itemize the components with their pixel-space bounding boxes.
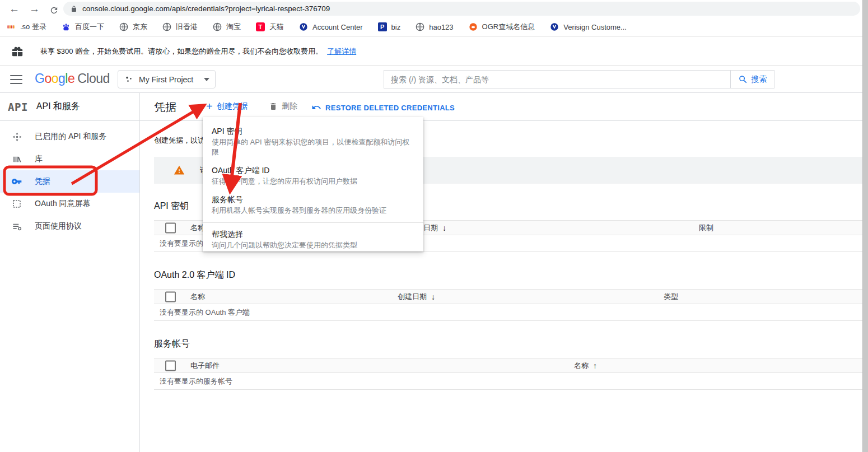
column-label: 创建日期 — [398, 292, 427, 302]
bookmark-label: Verisign Custome... — [563, 23, 627, 31]
logo-letter: e — [68, 71, 74, 86]
library-icon — [11, 154, 22, 165]
address-bar[interactable]: console.cloud.google.com/apis/credential… — [63, 2, 860, 16]
bookmark-item-hao123[interactable]: hao123 — [416, 22, 453, 31]
sidebar-item-credentials[interactable]: 凭据 — [0, 170, 139, 193]
tmall-favicon: T — [256, 22, 265, 31]
sidebar-item-label: 凭据 — [35, 176, 50, 187]
search-icon — [738, 74, 748, 85]
sidebar-item-usage-agreement[interactable]: 页面使用协议 — [0, 215, 139, 237]
menu-item-oauth-client-id[interactable]: OAuth 客户端 ID征得用户同意，让您的应用有权访问用户数据 — [203, 161, 423, 190]
reload-icon[interactable] — [49, 4, 59, 19]
promo-text: 获享 $300 赠金，开始免费试用。请放心，如果您的赠金用尽，我们不会向您收取费… — [40, 46, 323, 57]
bookmark-label: .so 登录 — [20, 22, 46, 32]
search-input[interactable] — [384, 71, 730, 88]
menu-item-title: 服务帐号 — [212, 194, 414, 206]
restore-label: RESTORE DELETED CREDENTIALS — [325, 104, 455, 112]
bookmark-label: hao123 — [429, 23, 453, 31]
hamburger-menu-icon[interactable] — [10, 75, 22, 87]
bookmark-label: 旧香港 — [176, 22, 198, 32]
menu-item-title: API 密钥 — [212, 125, 414, 137]
menu-item-title: 帮我选择 — [212, 229, 414, 240]
google-logo-letters: Google — [35, 71, 74, 86]
delete-label: 删除 — [282, 101, 297, 111]
search-button-label: 搜索 — [752, 74, 767, 85]
url-text: console.cloud.google.com/apis/credential… — [82, 4, 330, 13]
column-name[interactable]: 名称 — [190, 292, 205, 302]
lock-icon — [71, 6, 77, 12]
browser-toolbar: ← → console.cloud.google.com/apis/creden… — [0, 0, 868, 17]
create-credentials-label: 创建凭据 — [217, 101, 248, 111]
select-all-checkbox[interactable] — [165, 222, 176, 233]
project-selector[interactable]: My First Project — [118, 70, 216, 88]
bookmark-label: OGR查域名信息 — [482, 22, 535, 32]
bookmark-item-jd[interactable]: 京东 — [119, 22, 147, 32]
logo-letter: o — [44, 71, 51, 86]
bookmark-label: 京东 — [133, 22, 147, 32]
so-bars-favicon — [7, 22, 16, 31]
menu-item-desc: 询问几个问题以帮助您决定要使用的凭据类型 — [212, 240, 414, 250]
bookmark-label: Account Center — [312, 23, 363, 31]
sidebar-item-label: OAuth 同意屏幕 — [35, 199, 91, 209]
select-all-checkbox[interactable] — [165, 291, 176, 302]
logo-letter: g — [58, 71, 65, 86]
sidebar-header: API API 和服务 — [0, 93, 139, 121]
menu-item-help-me-choose[interactable]: 帮我选择 询问几个问题以帮助您决定要使用的凭据类型 — [203, 225, 423, 254]
bookmark-item-taobao[interactable]: 淘宝 — [213, 22, 241, 32]
section-title-service-accounts: 服务帐号 — [154, 338, 190, 350]
column-created-date[interactable]: 创建日期 — [398, 292, 435, 302]
bookmark-item-old-hk[interactable]: 旧香港 — [162, 22, 198, 32]
column-type[interactable]: 类型 — [664, 292, 678, 302]
bookmark-item-tmall[interactable]: T天猫 — [256, 22, 284, 32]
restore-deleted-credentials-button[interactable]: RESTORE DELETED CREDENTIALS — [311, 102, 455, 113]
bookmark-item-biz[interactable]: Pbiz — [378, 22, 401, 31]
section-title-oauth-clients: OAuth 2.0 客户端 ID — [154, 269, 235, 281]
menu-item-service-account[interactable]: 服务帐号利用机器人帐号实现服务器到服务器的应用级身份验证 — [203, 190, 423, 220]
bookmark-item-baidu[interactable]: 百度一下 — [62, 22, 104, 32]
promo-learn-more-link[interactable]: 了解详情 — [327, 46, 356, 57]
sidebar-item-library[interactable]: 库 — [0, 148, 139, 170]
bookmark-label: 淘宝 — [226, 22, 241, 32]
column-restrictions[interactable]: 限制 — [699, 223, 713, 233]
warning-triangle-icon — [174, 165, 185, 176]
sidebar-item-label: 已启用的 API 和服务 — [35, 132, 106, 142]
promo-banner: 获享 $300 赠金，开始免费试用。请放心，如果您的赠金用尽，我们不会向您收取费… — [0, 38, 868, 66]
google-cloud-logo[interactable]: GoogleCloud — [35, 71, 110, 86]
sidebar: API API 和服务 已启用的 API 和服务库凭据OAuth 同意屏幕页面使… — [0, 93, 140, 452]
create-credentials-menu: API 密钥使用简单的 API 密钥来标识您的项目，以便检查配额和访问权限OAu… — [203, 117, 423, 251]
column-label: 名称 — [574, 361, 589, 371]
v-circle-favicon — [550, 22, 559, 31]
section-title-api-keys: API 密钥 — [154, 201, 189, 212]
page: ← → console.cloud.google.com/apis/creden… — [0, 0, 868, 452]
select-all-checkbox[interactable] — [165, 360, 176, 371]
column-name[interactable]: 名称 — [574, 361, 597, 371]
sidebar-item-enabled-apis[interactable]: 已启用的 API 和服务 — [0, 125, 139, 148]
bookmark-item-ogr[interactable]: OGR查域名信息 — [469, 22, 535, 32]
plus-icon: + — [206, 101, 213, 111]
v-circle-favicon — [299, 22, 308, 31]
sidebar-item-label: 页面使用协议 — [35, 221, 82, 231]
sidebar-item-oauth-consent-screen[interactable]: OAuth 同意屏幕 — [0, 193, 139, 215]
column-email[interactable]: 电子邮件 — [190, 361, 220, 371]
menu-item-api-key[interactable]: API 密钥使用简单的 API 密钥来标识您的项目，以便检查配额和访问权限 — [203, 122, 423, 161]
project-name: My First Project — [139, 75, 193, 84]
bookmark-item-account-center[interactable]: Account Center — [299, 22, 363, 31]
bookmark-item-verisign[interactable]: Verisign Custome... — [550, 22, 627, 31]
bookmark-item-so-login[interactable]: .so 登录 — [7, 22, 46, 32]
forward-icon[interactable]: → — [29, 1, 40, 16]
globe-favicon — [213, 22, 222, 31]
app-header: GoogleCloud My First Project 搜索 — [0, 66, 868, 93]
back-icon[interactable]: ← — [9, 1, 20, 16]
scrollbar[interactable] — [862, 0, 868, 452]
trash-icon — [269, 102, 278, 111]
chevron-down-icon — [204, 78, 209, 81]
project-icon — [124, 74, 134, 85]
delete-button[interactable]: 删除 — [269, 101, 297, 111]
logo-cloud-text: Cloud — [77, 71, 110, 86]
search-button[interactable]: 搜索 — [730, 70, 774, 88]
gift-icon — [11, 45, 24, 58]
search-field[interactable] — [384, 70, 731, 88]
globe-favicon — [119, 22, 128, 31]
create-credentials-button[interactable]: + 创建凭据 — [206, 101, 248, 111]
globe-favicon — [162, 22, 171, 31]
